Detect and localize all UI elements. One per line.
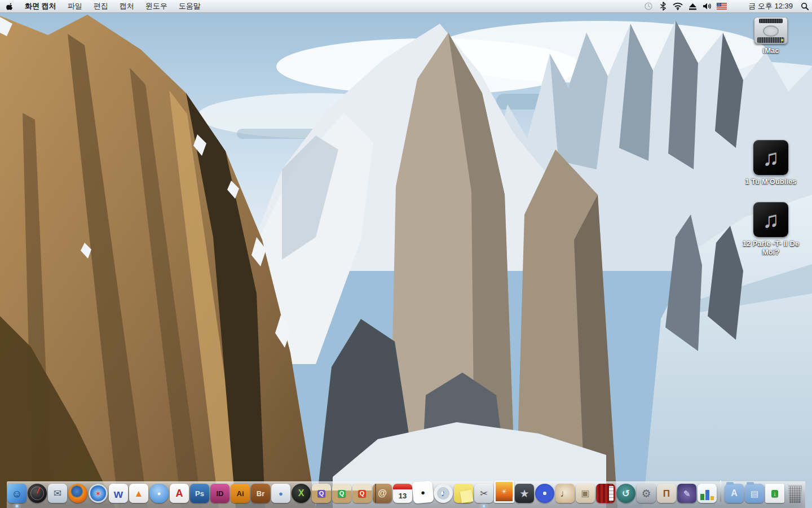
dock-item-grab[interactable]: ✂ bbox=[474, 484, 494, 503]
photoshop-icon: Ps bbox=[190, 484, 209, 503]
dock-item-bridge[interactable]: Br bbox=[250, 484, 271, 503]
dock-item-applications-folder[interactable]: A bbox=[724, 484, 744, 503]
menu-item-0[interactable]: 화면 캡처 bbox=[19, 0, 62, 12]
dashboard-icon bbox=[28, 484, 47, 503]
dock-separator bbox=[720, 480, 721, 502]
finder-running-indicator bbox=[14, 505, 20, 507]
dock-item-package-q-red[interactable]: Q bbox=[352, 484, 372, 503]
numbers-icon bbox=[698, 484, 717, 503]
dock-item-divx[interactable]: X bbox=[291, 484, 311, 503]
spotlight-button[interactable] bbox=[797, 0, 812, 12]
idvd-icon bbox=[535, 484, 554, 503]
dock-item-garageband[interactable]: ♩ bbox=[555, 484, 575, 503]
illustrator-icon: Ai bbox=[231, 484, 250, 503]
dock-item-documents-folder[interactable]: ▤ bbox=[744, 484, 765, 503]
dock-item-package-q-purple[interactable]: Q bbox=[311, 484, 332, 503]
mail-icon: ✉ bbox=[48, 484, 67, 503]
applications-folder-icon: A bbox=[725, 484, 744, 503]
dock-item-package-q-green[interactable]: Q bbox=[332, 484, 352, 503]
documents-folder-icon: ▤ bbox=[745, 484, 764, 503]
stickies-icon bbox=[454, 484, 473, 503]
dock-item-itunes[interactable]: ♪ bbox=[433, 484, 453, 503]
dock-item-safari[interactable]: ✶ bbox=[88, 484, 108, 503]
time-machine-icon: ↺ bbox=[616, 484, 636, 503]
input-source-us-icon[interactable] bbox=[714, 0, 729, 12]
photo-8ball-app-icon: ● bbox=[412, 481, 434, 504]
spotlight-icon[interactable] bbox=[729, 0, 744, 12]
desktop-icon-audio-file-2[interactable]: ♫ 12 Parle -T- Il De Moi? bbox=[735, 202, 806, 257]
package-q-green-icon: Q bbox=[332, 484, 351, 503]
desktop-icon-imac-hard-drive[interactable]: iMac bbox=[735, 17, 806, 55]
divx-icon: X bbox=[292, 484, 311, 503]
dock-item-dashboard[interactable] bbox=[27, 484, 47, 503]
dock-item-photoshop[interactable]: Ps bbox=[189, 484, 210, 503]
wifi-icon[interactable] bbox=[670, 0, 685, 12]
indesign-icon: ID bbox=[210, 484, 230, 503]
dock-item-illustrator[interactable]: Ai bbox=[230, 484, 250, 503]
acrobat-icon: A bbox=[170, 484, 189, 503]
spotlight-icon bbox=[801, 2, 809, 11]
dock-item-firefox[interactable] bbox=[68, 484, 88, 503]
dock: ☺✉✶w▲●APsIDAiBr●XQQQ@13●♪✂☀★♩▣↺⚙Π✎A▤↓ bbox=[0, 476, 812, 508]
menu-item-3[interactable]: 캡처 bbox=[114, 0, 140, 12]
menu-item-4[interactable]: 윈도우 bbox=[140, 0, 173, 12]
system-preferences-icon: ⚙ bbox=[637, 484, 656, 503]
menu-item-2[interactable]: 편집 bbox=[88, 0, 114, 12]
eject-icon[interactable] bbox=[685, 0, 700, 12]
dock-item-collage-app[interactable]: ▣ bbox=[575, 484, 595, 503]
menu-bar: 화면 캡처파일편집캡처윈도우도움말 금 오후 12:39 bbox=[0, 0, 812, 13]
dock-item-time-machine[interactable]: ↺ bbox=[616, 484, 636, 503]
dock-item-ichat[interactable]: ● bbox=[149, 484, 169, 503]
package-q-purple-icon: Q bbox=[312, 484, 331, 503]
bridge-icon: Br bbox=[251, 484, 270, 503]
garageband-icon: ♩ bbox=[555, 484, 575, 503]
desktop-icon-label: 12 Parle -T- Il De Moi? bbox=[737, 240, 805, 257]
menu-clock[interactable]: 금 오후 12:39 bbox=[744, 1, 797, 11]
dock-item-address-book[interactable]: @ bbox=[372, 484, 392, 503]
dock-item-numbers[interactable] bbox=[697, 484, 717, 503]
dock-item-ical[interactable]: 13 bbox=[392, 484, 413, 503]
grab-running-indicator bbox=[481, 505, 487, 507]
keynote-icon: Π bbox=[657, 484, 676, 503]
dock-item-imovie[interactable]: ★ bbox=[514, 484, 535, 503]
dock-item-acrobat[interactable]: A bbox=[169, 484, 189, 503]
volume-icon[interactable] bbox=[700, 0, 714, 12]
desktop-icon-audio-file-1[interactable]: ♫ 1 Tu M'Oublies bbox=[735, 140, 806, 186]
dock-item-toast[interactable]: ● bbox=[271, 484, 291, 503]
collage-app-icon: ▣ bbox=[576, 484, 595, 503]
menu-items: 화면 캡처파일편집캡처윈도우도움말 bbox=[19, 0, 206, 12]
w-globe-app-icon: w bbox=[109, 484, 128, 503]
audio-file-icon: ♫ bbox=[753, 140, 788, 175]
dock-item-stickies[interactable] bbox=[453, 484, 474, 503]
hard-drive-icon bbox=[754, 17, 788, 44]
dock-item-photo-booth[interactable] bbox=[595, 484, 616, 503]
dock-item-mail[interactable]: ✉ bbox=[47, 484, 68, 503]
dock-item-downloads[interactable]: ↓ bbox=[765, 484, 785, 503]
dock-item-keynote[interactable]: Π bbox=[656, 484, 677, 503]
dock-item-system-preferences[interactable]: ⚙ bbox=[636, 484, 656, 503]
dock-item-idvd[interactable] bbox=[535, 484, 555, 503]
ical-icon: 13 bbox=[393, 484, 412, 503]
dock-item-pages[interactable]: ✎ bbox=[677, 484, 697, 503]
apple-menu[interactable] bbox=[0, 0, 19, 12]
menu-item-1[interactable]: 파일 bbox=[62, 0, 88, 12]
dock-item-trash[interactable] bbox=[785, 484, 805, 503]
dock-item-w-globe-app[interactable]: w bbox=[108, 484, 129, 503]
menu-item-5[interactable]: 도움말 bbox=[173, 0, 206, 12]
pages-icon: ✎ bbox=[677, 484, 696, 503]
dock-item-finder[interactable]: ☺ bbox=[7, 484, 27, 503]
apple-logo-icon bbox=[6, 2, 14, 11]
status-icons bbox=[641, 0, 744, 12]
audio-file-icon: ♫ bbox=[753, 202, 788, 237]
dock-item-indesign[interactable]: ID bbox=[210, 484, 230, 503]
address-book-icon: @ bbox=[373, 484, 392, 503]
dock-item-vlc[interactable]: ▲ bbox=[129, 484, 149, 503]
time-machine-icon[interactable] bbox=[641, 0, 656, 12]
bluetooth-icon[interactable] bbox=[656, 0, 670, 12]
downloads-icon: ↓ bbox=[765, 484, 784, 503]
desktop-screen: 화면 캡처파일편집캡처윈도우도움말 금 오후 12:39 bbox=[0, 0, 812, 508]
dock-icons: ☺✉✶w▲●APsIDAiBr●XQQQ@13●♪✂☀★♩▣↺⚙Π✎A▤↓ bbox=[5, 480, 807, 508]
dock-item-iphoto[interactable]: ☀ bbox=[494, 480, 514, 503]
grab-icon: ✂ bbox=[474, 484, 493, 503]
dock-item-photo-8ball-app[interactable]: ● bbox=[413, 481, 433, 503]
